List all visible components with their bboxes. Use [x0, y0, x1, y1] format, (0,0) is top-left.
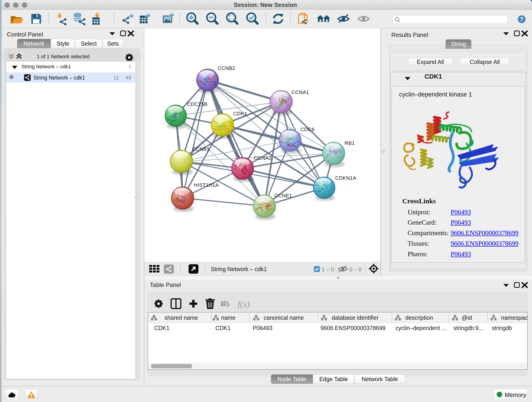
svg-text:CDC25B: CDC25B [187, 101, 208, 107]
svg-text:?: ? [520, 16, 524, 23]
svg-text:CDK1: CDK1 [233, 111, 247, 116]
svg-text:CCNB2: CCNB2 [218, 65, 235, 71]
svg-text:RB1: RB1 [345, 140, 355, 146]
svg-text:CCNE1: CCNE1 [274, 193, 292, 198]
svg-text:CCNA2: CCNA2 [254, 155, 272, 161]
svg-text:CCNB1: CCNB1 [192, 146, 210, 152]
svg-text:CDKN1A: CDKN1A [335, 175, 356, 181]
svg-text:f(x): f(x) [238, 299, 250, 309]
svg-text:CCNA1: CCNA1 [291, 89, 309, 95]
svg-text:HIST1H1A: HIST1H1A [194, 182, 219, 188]
svg-text:CDC6: CDC6 [300, 127, 315, 132]
